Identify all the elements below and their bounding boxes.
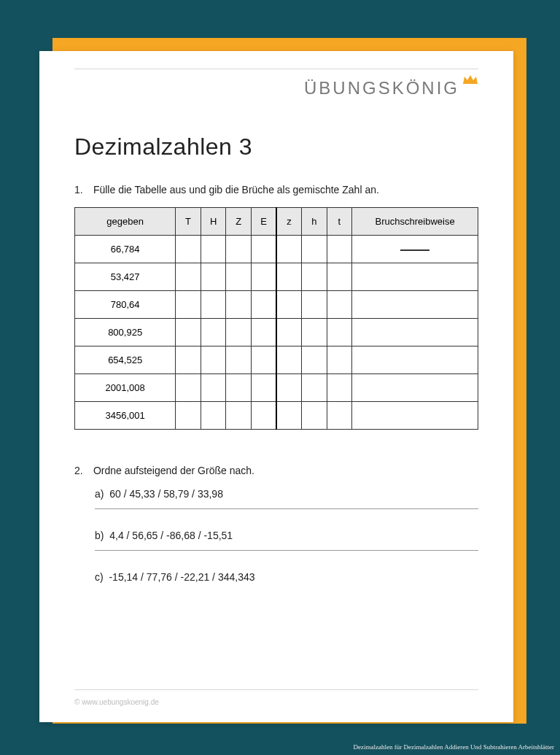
cell [276,263,302,291]
cell [276,374,302,402]
cell [327,374,352,402]
col-given: gegeben [75,208,176,236]
cell [176,402,201,430]
cell-given: 780,64 [75,291,176,319]
cell-bruch [352,402,478,430]
cell [176,291,201,319]
cell [251,291,276,319]
cell [176,346,201,374]
table-header-row: gegeben T H Z E z h t Bruchschreibweise [75,208,478,236]
cell [201,319,226,346]
table-row: 2001,008 [75,374,478,402]
cell [251,346,276,374]
cell [276,346,302,374]
cell [226,291,252,319]
task1-number: 1. [74,184,90,195]
cell [201,402,226,430]
cell [226,263,252,291]
table-row: 66,784 [75,236,478,263]
cell-given: 3456,001 [75,402,176,430]
cell [201,236,226,263]
task2-number: 2. [74,465,90,476]
col-E: E [251,208,276,236]
sub-label: c) [95,571,104,583]
cell [302,346,327,374]
cell [276,236,302,263]
cell [226,319,252,346]
crown-icon [462,74,478,88]
task2-item: a) 60 / 45,33 / 58,79 / 33,98 [95,488,478,500]
footer-rule [74,689,478,690]
answer-line [95,508,478,509]
sub-label: a) [95,488,104,500]
cell-bruch [352,263,478,291]
task2-item: b) 4,4 / 56,65 / -86,68 / -15,51 [95,530,478,541]
sub-values: -15,14 / 77,76 / -22,21 / 344,343 [109,571,254,583]
cell [327,236,352,263]
table-row: 3456,001 [75,402,478,430]
cell [251,374,276,402]
cell-given: 654,525 [75,346,176,374]
cell [251,319,276,346]
header-rule [74,69,478,69]
cell [327,346,352,374]
cell [327,402,352,430]
cell-given: 800,925 [75,319,176,346]
col-Z: Z [226,208,252,236]
sub-values: 4,4 / 56,65 / -86,68 / -15,51 [109,530,233,541]
brand-row: ÜBUNGSKÖNIG [74,78,478,98]
decimal-table: gegeben T H Z E z h t Bruchschreibweise … [74,207,478,430]
brand-text: ÜBUNGSKÖNIG [304,78,459,98]
col-t2: t [327,208,352,236]
task2-prompt: 2. Ordne aufsteigend der Größe nach. [74,465,478,476]
cell [226,374,252,402]
cell [176,374,201,402]
cell [176,319,201,346]
cell [302,291,327,319]
cell [201,346,226,374]
cell [276,319,302,346]
cell [201,374,226,402]
cell [201,263,226,291]
cell [176,236,201,263]
cell-bruch [352,346,478,374]
worksheet-page: ÜBUNGSKÖNIG Dezimalzahlen 3 1. Fülle die… [39,51,513,722]
col-H: H [201,208,226,236]
cell [226,402,252,430]
col-h2: h [302,208,327,236]
image-caption: Dezimalzahlen für Dezimalzahlen Addieren… [354,743,554,751]
cell [302,374,327,402]
cell [276,402,302,430]
cell-bruch [352,236,478,263]
cell [226,236,252,263]
page-footer: © www.uebungskoenig.de [74,689,478,708]
page-title: Dezimalzahlen 3 [74,133,478,160]
col-z2: z [276,208,302,236]
answer-line [95,550,478,551]
dash-placeholder [400,249,429,251]
cell [176,263,201,291]
cell [327,263,352,291]
cell [251,402,276,430]
cell-given: 2001,008 [75,374,176,402]
cell-given: 66,784 [75,236,176,263]
cell [327,291,352,319]
cell [302,319,327,346]
sub-label: b) [95,530,104,541]
cell [327,319,352,346]
cell [302,402,327,430]
cell [251,263,276,291]
copyright: © www.uebungskoenig.de [74,698,159,706]
cell [226,346,252,374]
brand-logo: ÜBUNGSKÖNIG [304,78,478,98]
cell-bruch [352,319,478,346]
cell [302,263,327,291]
cell-given: 53,427 [75,263,176,291]
task2-text: Ordne aufsteigend der Größe nach. [93,465,254,476]
cell [302,236,327,263]
task2-item: c) -15,14 / 77,76 / -22,21 / 344,343 [95,571,478,583]
cell [201,291,226,319]
task2-items: a) 60 / 45,33 / 58,79 / 33,98 b) 4,4 / 5… [95,488,478,583]
table-row: 654,525 [75,346,478,374]
cell-bruch [352,291,478,319]
